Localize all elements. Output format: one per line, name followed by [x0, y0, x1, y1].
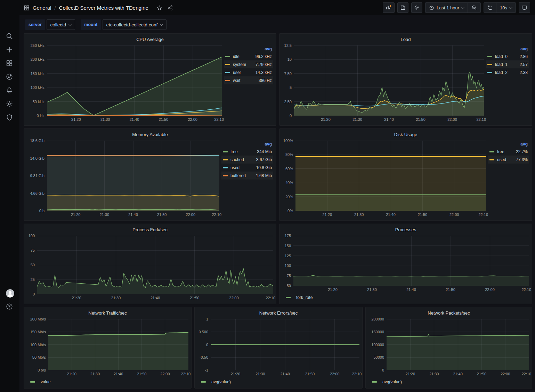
x-axis-tick-label: 21:20 [72, 296, 81, 300]
x-axis-tick-label: 21:20 [321, 117, 331, 122]
y-axis-tick-label: 150 [285, 244, 291, 248]
legend-series-name: used [497, 157, 506, 162]
chart-canvas[interactable] [293, 236, 529, 286]
panel-title[interactable]: Load [282, 36, 529, 43]
panel-title[interactable]: Network Errors/sec [197, 309, 359, 317]
chart-canvas[interactable] [37, 236, 273, 294]
dashboard-settings-button[interactable] [411, 2, 422, 13]
search-icon[interactable] [6, 32, 14, 41]
legend-item-cached[interactable]: cached3.67 Gib [221, 156, 273, 164]
legend-series-name[interactable]: avg(value) [211, 380, 231, 384]
legend-series-avg-value: 10.8 Gib [256, 165, 272, 170]
plus-icon[interactable] [6, 46, 14, 54]
y-axis-tick-label: 50 kHz [33, 100, 44, 104]
legend-item-wait[interactable]: wait386 Hz [224, 76, 273, 84]
panel-title[interactable]: Process Fork/sec [27, 226, 273, 234]
variable-mount-value[interactable]: etc-collectd-collectd.conf [103, 19, 167, 30]
legend-item-user[interactable]: user14.3 kHz [224, 68, 273, 76]
legend-avg-header[interactable]: avg [265, 142, 272, 147]
x-axis-tick-label: 21:50 [305, 372, 315, 376]
refresh-button[interactable] [484, 3, 496, 12]
compass-icon[interactable] [6, 73, 14, 81]
legend-item-free[interactable]: free22.7% [488, 148, 529, 156]
breadcrumb-folder[interactable]: General [33, 5, 51, 11]
add-panel-button[interactable] [383, 2, 395, 13]
share-icon[interactable] [167, 5, 173, 11]
legend-item-idle[interactable]: idle96.2 kHz [224, 52, 273, 60]
y-axis-tick-label: 75 [287, 274, 291, 278]
x-axis-tick-label: 22:10 [521, 287, 531, 292]
chevron-down-icon [68, 23, 72, 26]
avatar[interactable] [6, 289, 14, 297]
help-icon[interactable] [6, 303, 14, 311]
legend-item-used[interactable]: used77.3% [488, 156, 529, 164]
x-axis-tick-label: 21:20 [323, 212, 332, 217]
legend-item-load_1[interactable]: load_12.57 [486, 60, 529, 68]
y-axis-tick-label: 75 [31, 248, 35, 252]
y-axis-tick-label: 100 [285, 264, 291, 268]
time-range-label: Last 1 hour [437, 5, 459, 10]
y-axis-tick-label: 200 kHz [31, 57, 44, 61]
x-axis-tick-label: 22:10 [214, 117, 224, 122]
chart-canvas[interactable] [211, 319, 359, 370]
legend-item-system[interactable]: system7.79 kHz [224, 60, 273, 68]
legend-series-color [225, 72, 230, 73]
legend-series-name[interactable]: fork_rate [296, 295, 313, 300]
chart-canvas[interactable] [294, 45, 484, 116]
legend-series-avg-value: 77.3% [516, 157, 528, 162]
panel-title[interactable]: Network Traffic/sec [27, 309, 188, 317]
panel-title[interactable]: Processes [282, 226, 529, 234]
save-dashboard-button[interactable] [397, 2, 408, 13]
panel-title[interactable]: Network Packets/sec [368, 309, 529, 317]
kiosk-mode-button[interactable] [519, 2, 530, 13]
y-axis-tick-label: 50 Mb/s [32, 355, 46, 359]
y-axis-tick-label: 125 [285, 254, 291, 258]
legend-series-name[interactable]: avg(value) [382, 380, 402, 384]
legend-item-buffered[interactable]: buffered1.68 Mib [221, 172, 273, 180]
chart-canvas[interactable] [387, 319, 529, 370]
chart-canvas[interactable] [47, 45, 222, 116]
gear-icon[interactable] [6, 100, 14, 108]
panel-title[interactable]: Memory Available [27, 131, 273, 139]
time-range-picker[interactable]: Last 1 hour [425, 3, 468, 12]
y-axis-tick-label: 10 [287, 57, 292, 61]
legend-avg-header[interactable]: avg [265, 47, 272, 51]
chart-canvas[interactable] [47, 141, 219, 211]
legend-series-avg-value: 344 Mib [257, 149, 272, 154]
x-axis-tick-label: 21:40 [151, 296, 160, 300]
legend-item-used[interactable]: used10.8 Gib [221, 164, 273, 172]
variable-server: server collectd [25, 19, 75, 30]
x-axis-tick-label: 22:00 [229, 296, 239, 300]
series-fill-free [295, 195, 486, 211]
panel-title[interactable]: Disk Usage [282, 131, 529, 139]
top-nav: General / CollectD Server Metrics with T… [0, 0, 535, 15]
legend-series-color [223, 167, 228, 168]
refresh-interval-picker[interactable]: 10s [496, 3, 516, 12]
legend-series-color [487, 56, 492, 57]
variable-mount: mount etc-collectd-collectd.conf [81, 19, 167, 30]
x-axis-tick-label: 21:40 [406, 287, 416, 292]
y-axis-tick-label: 12.5 [284, 43, 292, 48]
legend-avg-header[interactable]: avg [520, 47, 528, 51]
y-axis-tick-label: -1 [205, 368, 208, 372]
legend-series-name: load_1 [495, 62, 508, 67]
legend-item-load_2[interactable]: load_22.38 [486, 68, 529, 76]
star-icon[interactable] [156, 5, 162, 11]
bell-icon[interactable] [6, 86, 14, 95]
panel-title[interactable]: CPU Average [27, 36, 273, 43]
chart-canvas[interactable] [295, 141, 486, 211]
shield-icon[interactable] [6, 114, 14, 122]
legend-series-color [487, 72, 492, 73]
x-axis-tick-label: 21:30 [354, 212, 364, 217]
x-axis-tick-label: 21:50 [477, 372, 487, 376]
legend-series-name[interactable]: value [41, 380, 51, 384]
zoom-out-button[interactable] [468, 3, 480, 12]
y-axis-tick-label: -0.50 [200, 355, 208, 359]
legend-avg-header[interactable]: avg [520, 142, 528, 147]
dashboards-icon[interactable] [6, 59, 14, 68]
sidebar [0, 0, 19, 392]
legend-item-free[interactable]: free344 Mib [221, 148, 273, 156]
variable-server-value[interactable]: collectd [47, 19, 75, 30]
legend-item-load_0[interactable]: load_02.86 [486, 52, 529, 60]
chart-canvas[interactable] [48, 319, 188, 370]
